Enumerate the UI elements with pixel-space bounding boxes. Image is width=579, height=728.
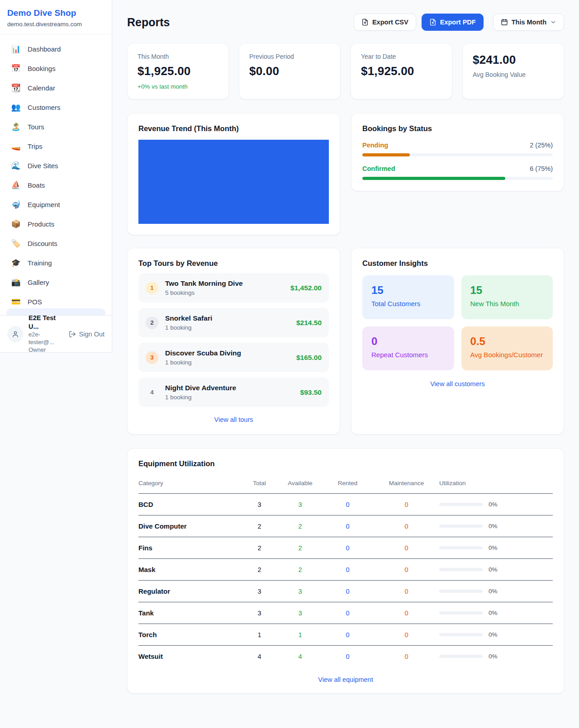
sidebar-item-calendar[interactable]: 📆 Calendar	[5, 78, 106, 98]
view-all-tours-link[interactable]: View all tours	[138, 416, 329, 423]
cell-maintenance: 0	[374, 559, 439, 581]
tile-avg-bookings-customer: 0.5 Avg Bookings/Customer	[461, 326, 553, 370]
cell-maintenance: 0	[374, 602, 439, 624]
sign-out-label: Sign Out	[79, 331, 104, 338]
stat-card-avg-booking-value: $241.00 Avg Booking Value	[462, 43, 564, 99]
island-icon: 🏝️	[11, 123, 21, 131]
tour-name: Two Tank Morning Dive	[165, 279, 243, 288]
revenue-trend-chart	[138, 140, 329, 224]
export-pdf-label: Export PDF	[440, 19, 476, 26]
sidebar-item-trips[interactable]: 🚤 Trips	[5, 137, 106, 156]
status-row-confirmed: Confirmed 6 (75%)	[362, 165, 553, 180]
cell-total: 3	[240, 602, 279, 624]
cell-maintenance: 0	[374, 581, 439, 602]
period-dropdown[interactable]: This Month	[493, 14, 564, 31]
graduation-cap-icon: 🎓	[11, 259, 21, 267]
sign-out-icon	[69, 331, 76, 338]
revenue-trend-title: Revenue Trend (This Month)	[138, 124, 329, 133]
tour-bookings: 1 booking	[165, 359, 241, 366]
sidebar-item-gallery[interactable]: 📸 Gallery	[5, 273, 106, 292]
tour-bookings: 1 booking	[165, 324, 212, 331]
utilization-track	[439, 503, 483, 506]
tile-label: Total Customers	[371, 300, 445, 307]
column-header-maintenance: Maintenance	[374, 474, 439, 494]
stat-label: This Month	[138, 53, 218, 60]
utilization-text: 0%	[489, 610, 498, 616]
utilization-text: 0%	[489, 631, 498, 638]
sidebar-item-equipment[interactable]: 🤿 Equipment	[5, 195, 106, 214]
tour-amount: $165.00	[296, 354, 322, 362]
tile-repeat-customers: 0 Repeat Customers	[362, 326, 454, 370]
sign-out-button[interactable]: Sign Out	[69, 331, 104, 338]
table-row: Torch 1 1 0 0 0%	[138, 624, 553, 646]
cell-rented: 0	[322, 646, 374, 667]
table-row: Fins 2 2 0 0 0%	[138, 537, 553, 559]
charts-row: Revenue Trend (This Month) Bookings by S…	[127, 113, 564, 235]
utilization-track	[439, 633, 483, 636]
column-header-category: Category	[138, 474, 240, 494]
stat-value: $0.00	[249, 64, 330, 78]
header-actions: Export CSV Export PDF This Month	[354, 14, 564, 31]
sidebar-item-dashboard[interactable]: 📊 Dashboard	[5, 39, 106, 59]
top-tours-title: Top Tours by Revenue	[138, 259, 329, 268]
export-pdf-button[interactable]: Export PDF	[422, 14, 484, 31]
sidebar-item-products[interactable]: 📦 Products	[5, 214, 106, 234]
cell-rented: 0	[322, 537, 374, 559]
sidebar-item-label: Gallery	[28, 279, 49, 286]
rank-badge: 1	[146, 282, 158, 294]
cell-total: 3	[240, 581, 279, 602]
cell-category: Tank	[138, 602, 240, 624]
export-csv-button[interactable]: Export CSV	[354, 14, 416, 31]
column-header-total: Total	[240, 474, 279, 494]
stat-label: Previous Period	[249, 53, 330, 60]
cell-available: 2	[279, 559, 322, 581]
utilization-track	[439, 655, 483, 658]
cell-available: 3	[279, 581, 322, 602]
cell-total: 3	[240, 494, 279, 515]
tour-row: 3 Discover Scuba Diving 1 booking $165.0…	[138, 343, 329, 372]
cell-category: BCD	[138, 494, 240, 515]
column-header-utilization: Utilization	[439, 474, 553, 494]
cell-available: 3	[279, 602, 322, 624]
equipment-table: Category Total Available Rented Maintena…	[138, 474, 553, 667]
view-all-equipment-link[interactable]: View all equipment	[138, 676, 553, 683]
sidebar-item-tours[interactable]: 🏝️ Tours	[5, 117, 106, 137]
tour-amount: $214.50	[296, 319, 322, 327]
tour-row: 1 Two Tank Morning Dive 5 bookings $1,45…	[138, 273, 329, 303]
cell-category: Torch	[138, 624, 240, 646]
sidebar-item-discounts[interactable]: 🏷️ Discounts	[5, 234, 106, 253]
sidebar-item-customers[interactable]: 👥 Customers	[5, 98, 106, 117]
lists-row: Top Tours by Revenue 1 Two Tank Morning …	[127, 248, 564, 435]
sidebar-item-bookings[interactable]: 📅 Bookings	[5, 59, 106, 78]
cell-total: 1	[240, 624, 279, 646]
progress-track	[362, 153, 553, 156]
sidebar-item-dive-sites[interactable]: 🌊 Dive Sites	[5, 156, 106, 175]
stat-change: +0% vs last month	[138, 83, 218, 90]
cell-rented: 0	[322, 602, 374, 624]
user-name: E2E Test U...	[28, 314, 64, 331]
main-content: Reports Export CSV Export PDF	[112, 0, 579, 714]
view-all-customers-link[interactable]: View all customers	[362, 380, 553, 388]
stat-label: Year to Date	[361, 53, 442, 60]
stat-card-year-to-date: Year to Date $1,925.00	[351, 43, 452, 99]
package-icon: 📦	[11, 220, 21, 228]
progress-track	[362, 177, 553, 180]
page-header: Reports Export CSV Export PDF	[127, 14, 564, 31]
sidebar-item-label: Products	[28, 220, 54, 228]
cell-utilization: 0%	[439, 537, 553, 559]
tour-amount: $93.50	[300, 388, 322, 397]
dashboard-icon: 📊	[11, 45, 21, 53]
status-label: Confirmed	[362, 165, 395, 172]
rank-badge: 3	[146, 351, 158, 364]
sidebar-item-label: Equipment	[28, 201, 60, 208]
utilization-track	[439, 611, 483, 615]
tile-new-this-month: 15 New This Month	[461, 275, 553, 319]
utilization-text: 0%	[489, 653, 498, 660]
cell-utilization: 0%	[439, 646, 553, 667]
customer-insights-card: Customer Insights 15 Total Customers 15 …	[351, 248, 564, 435]
sidebar-item-boats[interactable]: ⛵ Boats	[5, 175, 106, 195]
sidebar-item-training[interactable]: 🎓 Training	[5, 253, 106, 273]
cell-available: 4	[279, 646, 322, 667]
table-header-row: Category Total Available Rented Maintena…	[138, 474, 553, 494]
cell-category: Wetsuit	[138, 646, 240, 667]
